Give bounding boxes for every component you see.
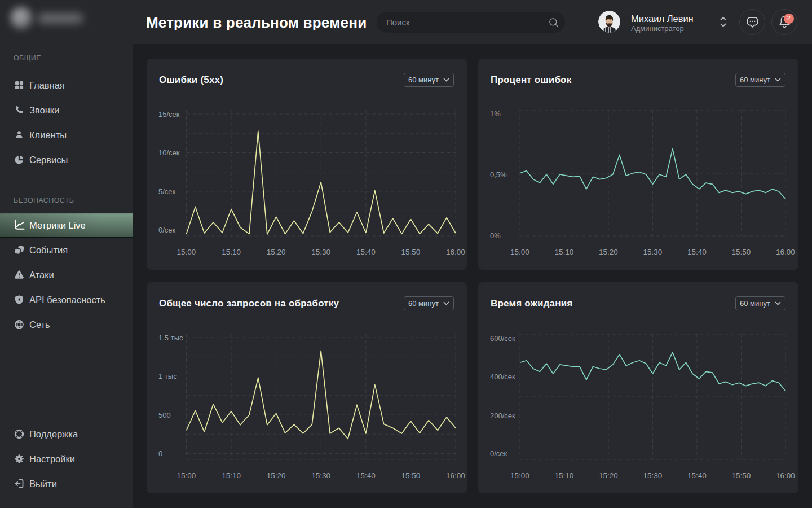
svg-text:15:10: 15:10: [222, 248, 241, 256]
svg-text:15:40: 15:40: [687, 248, 707, 256]
svg-text:1.5 тыс: 1.5 тыс: [158, 334, 183, 342]
svg-text:15/сек: 15/сек: [158, 110, 180, 119]
svg-text:1 тыс: 1 тыс: [158, 372, 177, 380]
svg-text:16:00: 16:00: [446, 248, 465, 256]
svg-text:15:10: 15:10: [555, 471, 574, 480]
svg-text:5/сек: 5/сек: [158, 187, 176, 196]
svg-text:15:00: 15:00: [177, 248, 196, 256]
svg-text:15:30: 15:30: [643, 248, 663, 256]
svg-text:16:00: 16:00: [776, 471, 795, 480]
svg-text:15:50: 15:50: [401, 471, 421, 480]
svg-text:15:50: 15:50: [401, 248, 421, 256]
svg-text:15:30: 15:30: [311, 471, 330, 480]
svg-text:15:40: 15:40: [356, 248, 376, 256]
svg-text:15:00: 15:00: [510, 248, 529, 256]
svg-text:15:20: 15:20: [599, 471, 618, 480]
svg-text:15:30: 15:30: [311, 248, 330, 256]
svg-text:0/сек: 0/сек: [490, 449, 508, 458]
svg-text:200/сек: 200/сек: [490, 411, 515, 420]
svg-text:15:30: 15:30: [643, 471, 663, 480]
svg-text:16:00: 16:00: [446, 471, 465, 480]
svg-text:400/сек: 400/сек: [490, 373, 515, 381]
svg-text:15:40: 15:40: [356, 471, 376, 480]
svg-text:0%: 0%: [490, 231, 501, 240]
svg-text:500: 500: [158, 411, 171, 419]
svg-text:0: 0: [158, 449, 162, 458]
svg-text:15:10: 15:10: [555, 248, 574, 256]
svg-text:15:20: 15:20: [267, 471, 286, 480]
svg-text:15:40: 15:40: [687, 471, 707, 480]
svg-text:15:50: 15:50: [732, 471, 751, 480]
svg-text:0,5%: 0,5%: [490, 170, 507, 179]
svg-text:15:20: 15:20: [267, 248, 286, 256]
svg-text:600/сек: 600/сек: [490, 334, 515, 343]
svg-text:15:10: 15:10: [222, 471, 241, 480]
svg-text:0/сек: 0/сек: [158, 226, 176, 234]
svg-text:15:50: 15:50: [732, 248, 751, 256]
svg-text:15:00: 15:00: [510, 471, 529, 480]
svg-text:16:00: 16:00: [776, 248, 795, 256]
svg-text:10/сек: 10/сек: [158, 148, 180, 157]
svg-text:15:20: 15:20: [599, 248, 618, 256]
svg-text:15:00: 15:00: [177, 471, 196, 480]
svg-text:1%: 1%: [490, 110, 501, 118]
